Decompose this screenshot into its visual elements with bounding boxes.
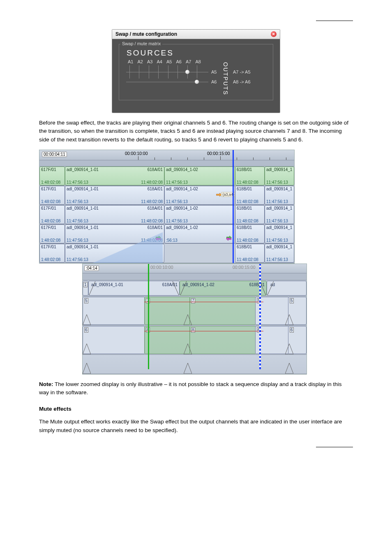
source-column-labels: A1 A2 A3 A4 A5 A6 A7 A8	[126, 59, 267, 64]
src-a1: A1	[126, 59, 136, 64]
playhead[interactable]	[233, 150, 234, 263]
swap-effect-icon	[155, 236, 161, 241]
clip[interactable]: 618B/01 11:48:02:08	[235, 224, 265, 243]
clip[interactable]: 618B/01 11:48:02:08	[235, 166, 265, 185]
svg-line-1	[89, 281, 95, 295]
window-title: Swap / mute configuration	[115, 31, 177, 37]
sources-heading: SOURCES	[127, 49, 267, 58]
close-icon[interactable]: ✕	[271, 31, 277, 37]
clip[interactable]: adl_090914_1-02 11:47:56:13	[164, 205, 235, 224]
marker-out-point[interactable]	[259, 264, 261, 369]
track-header-row[interactable]: 1 adl_090914_1-01 618A/01 adl_090914_1-0…	[83, 280, 307, 296]
svg-line-3	[180, 281, 187, 295]
src-a3: A3	[145, 59, 155, 64]
swap-mute-config-window: Swap / mute configuration ✕ Swap / mute …	[112, 29, 280, 113]
svg-marker-8	[285, 314, 293, 325]
timeline-track[interactable]: 617F/01 1:48:02:08 adl_090914_1-01618A/0…	[39, 224, 294, 244]
clip[interactable]: 618B/01 11:48:02:08	[235, 205, 265, 224]
mapping-a7-a5: A7 -> A5	[233, 69, 251, 74]
svg-marker-9	[83, 344, 91, 354]
src-a7: A7	[184, 59, 194, 64]
src-a2: A2	[136, 59, 145, 64]
para-swap-explanation: Before the swap effect, the tracks are p…	[39, 119, 353, 144]
clip[interactable]: adl_090914_1 11:47:56:13	[265, 166, 294, 185]
timeline-track-detail-view: :04:14 00:00:10:00 00:00:15:00 1 adl_090…	[82, 264, 307, 375]
track-channel-row-5[interactable]: 5 7 7 5 5	[83, 296, 307, 326]
clip[interactable]: adl_090914_1 11:47:56:13	[265, 244, 294, 263]
svg-marker-7	[184, 314, 192, 325]
clip[interactable]: 617F/01 1:48:02:08	[39, 186, 65, 205]
svg-marker-13	[184, 363, 192, 374]
note-text: The lower zoomed display is only illustr…	[39, 381, 342, 395]
timeline-ruler[interactable]: 00:00:04:11 00:00:10:00 00:00:15:00	[39, 150, 294, 160]
svg-marker-14	[285, 363, 293, 374]
current-timecode-zoom: :04:14	[84, 266, 99, 271]
fieldset-label: Swap / mute matrix	[120, 41, 162, 46]
svg-marker-6	[83, 314, 91, 325]
clip[interactable]: adl_090914_1 11:47:56:13	[265, 205, 294, 224]
track-channel-row-6[interactable]: 6 8 8 6 6	[83, 326, 307, 355]
clip[interactable]: adl_090914_1 11:47:56:13	[265, 224, 294, 243]
src-a8: A8	[194, 59, 203, 64]
src-a6: A6	[174, 59, 184, 64]
mapping-a8-a6: A8 -> A6	[233, 79, 251, 84]
timeline-track[interactable]: 617F/01 1:48:02:08 adl_090914_1-01 11:47…	[39, 244, 294, 263]
clip[interactable]: adl_090914_1-01618A/01 11:47:56:1311:48:…	[65, 205, 164, 224]
timeline-track[interactable]: 617F/01 1:48:02:08 adl_090914_1-01618A/0…	[39, 166, 294, 186]
current-timecode: 00:00:04:11	[42, 152, 67, 157]
src-a4: A4	[155, 59, 165, 64]
timeline-sequence-view: 00:00:04:11 00:00:10:00 00:00:15:00 617F…	[39, 150, 295, 264]
window-titlebar: Swap / mute configuration ✕	[112, 30, 280, 39]
svg-line-2	[173, 281, 179, 295]
clip[interactable]: adl_090914_1-02 11:47:56:13 (a3,a4)	[164, 186, 235, 205]
ruler-tc-10-zoom: 00:00:10:00	[150, 265, 173, 270]
svg-marker-11	[285, 344, 293, 354]
swap-matrix-grid[interactable]: A5 A6 OUTPUTS A7 -> A5 A8 -> A6	[125, 65, 267, 90]
timeline-track[interactable]: 617F/01 1:48:02:08 adl_090914_1-01618A/0…	[39, 205, 294, 224]
ruler-tc-10: 00:00:10:00	[125, 151, 148, 156]
section-heading-mute: Mute effects	[39, 406, 353, 412]
track-empty-row[interactable]	[83, 355, 307, 374]
clip[interactable]: adl_090914_1-01618A/01 11:47:56:1311:48:…	[65, 224, 164, 243]
note-label: Note:	[39, 381, 53, 387]
marker-in-point[interactable]	[148, 264, 149, 369]
timeline-ruler-zoom[interactable]: :04:14 00:00:10:00 00:00:15:00	[83, 264, 307, 273]
para-mute: The Mute output effect works exactly lik…	[39, 418, 353, 435]
clip[interactable]: adl_090914_1 11:47:56:13	[265, 186, 294, 205]
svg-marker-10	[184, 344, 192, 354]
svg-line-5	[267, 281, 274, 295]
clip[interactable]: 617F/01 1:48:02:08	[39, 205, 65, 224]
note-paragraph: Note: The lower zoomed display is only i…	[39, 380, 353, 397]
swap-effect-icon	[226, 236, 232, 241]
clip[interactable]: adl_090914_1-01618A/01 11:47:56:1311:48:…	[65, 166, 164, 185]
src-a5: A5	[164, 59, 174, 64]
clip[interactable]: 617F/01 1:48:02:08	[39, 224, 65, 243]
matrix-node-a7-a5[interactable]	[185, 70, 189, 74]
clip[interactable]: adl_090914_1-01 11:47:56:13	[65, 244, 164, 263]
clip[interactable]: 618B/01 11:48:02:08	[235, 244, 265, 263]
clip[interactable]: adl_090914_1-02 11:47:56:13	[164, 166, 235, 185]
clip[interactable]: adl_090914_1-02 :56:13	[164, 224, 235, 243]
clip[interactable]: adl_090914_1-01618A/01 11:47:56:1311:48:…	[65, 186, 164, 205]
clip[interactable]: 617F/01 1:48:02:08	[39, 244, 65, 263]
matrix-node-a8-a6[interactable]	[195, 80, 199, 84]
ruler-tc-15-zoom: 00:00:15:00	[233, 265, 255, 270]
clip[interactable]: 618B/01 11:48:02:08	[235, 186, 265, 205]
outputs-heading: OUTPUTS	[222, 62, 229, 95]
svg-marker-12	[83, 363, 91, 374]
timeline-track[interactable]: 617F/01 1:48:02:08 adl_090914_1-01618A/0…	[39, 186, 294, 205]
ruler-tc-15: 00:00:15:00	[207, 151, 230, 156]
output-label-a5: A5	[211, 69, 217, 74]
output-label-a6: A6	[211, 79, 217, 84]
clip[interactable]: 617F/01 1:48:02:08	[39, 166, 65, 185]
